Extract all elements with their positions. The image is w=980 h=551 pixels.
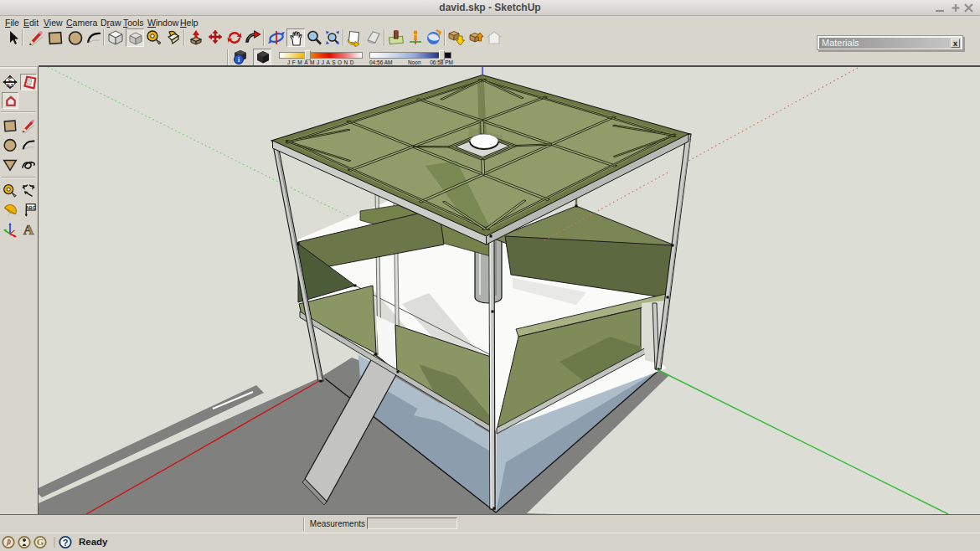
svg-text:N-S: N-S <box>7 84 13 88</box>
svg-text:?: ? <box>63 538 69 548</box>
svg-text:G: G <box>37 537 44 547</box>
svg-text:ABC: ABC <box>25 205 36 210</box>
svg-text:C: C <box>8 77 12 82</box>
svg-text:A: A <box>23 222 34 238</box>
